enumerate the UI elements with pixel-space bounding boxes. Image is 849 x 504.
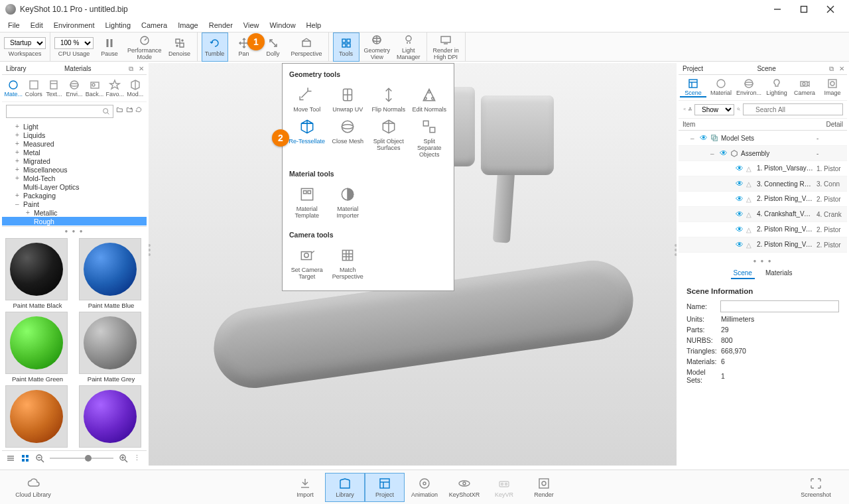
list-view-icon[interactable] [6,454,15,463]
lib-tab-6[interactable]: Mod... [125,78,145,99]
zoom-in-icon[interactable] [119,454,128,463]
menu-help[interactable]: Help [301,20,327,31]
geomview-button[interactable]: Geometry View [362,32,393,62]
close-button[interactable] [817,0,844,19]
material-swatch[interactable]: Paint Matte Orange [5,385,70,451]
tool-item[interactable]: Material Template [287,183,328,221]
tool-item[interactable]: Split Object Surfaces [368,115,409,160]
screenshot-button[interactable]: Screenshot [789,477,842,498]
scene-name-input[interactable] [720,300,839,312]
tree-row[interactable]: +Light [2,122,147,131]
render-button[interactable]: Render [524,477,564,498]
tree-row[interactable]: Multi-Layer Optics [2,182,147,191]
library-button[interactable]: Library [325,473,365,502]
grid-view-icon[interactable] [21,454,30,463]
resizer-dots[interactable]: ● ● ● [679,257,847,265]
popout-icon[interactable]: ⧉ [125,65,136,73]
denoise-button[interactable]: Denoise [166,32,193,62]
scene-search-input[interactable] [743,103,843,115]
tool-item[interactable]: Split Separate Objects [409,115,450,160]
tree-row[interactable]: –Paint [2,200,147,208]
tree-row[interactable]: +Metallic [2,208,147,217]
scene-tree-row[interactable]: 👁△4. Crankshaft_Varsay ⓘ la…4. Crank [679,207,847,222]
scene-tab-5[interactable]: Image [819,78,846,97]
tool-item[interactable]: Move Tool [287,84,328,115]
menu-icon[interactable]: ⋮ [133,454,143,463]
keyshotxr-button[interactable]: KeyShotXR [444,477,484,498]
lib-tab-0[interactable]: Mate... [3,78,24,99]
scene-tab-4[interactable]: Camera [791,78,818,97]
maximize-button[interactable] [791,0,817,19]
tool-item[interactable]: Match Perspective [328,244,369,283]
menu-render[interactable]: Render [204,20,238,31]
lib-tab-2[interactable]: Text... [44,78,64,99]
tool-item[interactable]: Edit Normals [409,84,450,115]
material-swatch[interactable]: Paint Matte Grey [79,312,144,383]
menu-file[interactable]: File [3,20,25,31]
menu-edit[interactable]: Edit [25,20,48,31]
folder-add-icon[interactable] [126,106,133,117]
materials-tab-label[interactable]: Materials [31,65,125,72]
perspective-button[interactable]: Perspective [289,32,324,62]
lib-tab-3[interactable]: Envi... [64,78,85,99]
lib-tab-1[interactable]: Colors [24,78,44,99]
scene-tree-row[interactable]: 👁△2. Piston Ring_Varsay ⓘ l…2. Pistor [679,192,847,207]
show-dropdown[interactable]: Show [694,104,734,115]
subtab-materials[interactable]: Materials [763,268,795,279]
scene-tree-row[interactable]: 👁△2. Piston Ring_Varsay ⓘ l…2. Pistor [679,222,847,237]
resizer-dots[interactable]: ● ● ● [2,227,147,235]
menu-window[interactable]: Window [264,20,300,31]
tool-item[interactable]: Material Importer [328,183,369,221]
scene-tab-0[interactable]: Scene [680,78,706,97]
collapse-icon[interactable] [683,105,686,114]
lib-tab-5[interactable]: Favo... [105,78,125,99]
cloud-library-button[interactable]: Cloud Library [7,477,60,498]
workspace-select[interactable]: Startup [4,37,46,49]
scene-tree-row[interactable]: –👁Assembly- [679,146,847,161]
scene-tree-row[interactable]: –👁Model Sets- [679,131,847,146]
material-swatch[interactable]: Paint Matte Purple [79,385,144,451]
perf-button[interactable]: Performance Mode [125,32,164,62]
lib-tab-4[interactable]: Back... [84,78,105,99]
cpu-select[interactable]: 100 % [54,37,94,49]
tree-row[interactable]: +Packaging [2,191,147,200]
tool-item[interactable]: Unwrap UV [328,84,369,115]
import-button[interactable]: Import [285,477,325,498]
tool-item[interactable]: Set Camera Target [287,244,328,283]
menu-view[interactable]: View [238,20,265,31]
tree-row[interactable]: +Measured [2,139,147,148]
refresh-icon[interactable] [135,106,143,117]
menu-environment[interactable]: Environment [48,20,100,31]
tree-row[interactable]: +Liquids [2,131,147,139]
close-panel-icon[interactable]: ✕ [836,65,847,72]
material-swatch[interactable]: Paint Matte Blue [79,238,144,309]
tree-row[interactable]: Rough [2,217,147,225]
menu-image[interactable]: Image [172,20,204,31]
tool-item[interactable]: Close Mesh [328,115,369,160]
close-panel-icon[interactable]: ✕ [136,65,147,72]
scene-tab-label[interactable]: Scene [707,65,826,72]
tool-item[interactable]: Re-Tessellate [287,115,328,160]
material-swatch[interactable]: Paint Matte Black [5,238,70,309]
keyvr-button[interactable]: KeyVR [484,477,524,498]
highdpi-button[interactable]: Render in High DPI [431,32,461,62]
scene-tab-1[interactable]: Material [708,78,734,97]
folder-icon[interactable] [116,106,123,117]
tree-row[interactable]: +Migrated [2,157,147,165]
dolly-button[interactable]: Dolly [260,32,287,62]
scene-tree-row[interactable]: 👁△3. Connecting Rod_Varsa…3. Conn [679,176,847,192]
tool-item[interactable]: Flip Normals [368,84,409,115]
menu-lighting[interactable]: Lighting [99,20,136,31]
tools-button[interactable]: Tools [333,32,359,62]
pause-button[interactable]: Pause [96,32,123,62]
project-button[interactable]: Project [365,473,405,502]
tree-row[interactable]: +Metal [2,148,147,157]
material-swatch[interactable]: Paint Matte Green [5,312,70,383]
lightmgr-button[interactable]: Light Manager [395,32,423,62]
scene-tree-row[interactable]: 👁△2. Piston Ring_Varsay ⓘ l…2. Pistor [679,237,847,253]
zoom-out-icon[interactable] [35,454,44,463]
subtab-scene[interactable]: Scene [731,268,755,279]
library-search-input[interactable] [6,105,113,118]
scene-tab-3[interactable]: Lighting [763,78,790,97]
scene-tree-row[interactable]: 👁△1. Piston_Varsay ⓘ lan1. Pistor [679,161,847,176]
